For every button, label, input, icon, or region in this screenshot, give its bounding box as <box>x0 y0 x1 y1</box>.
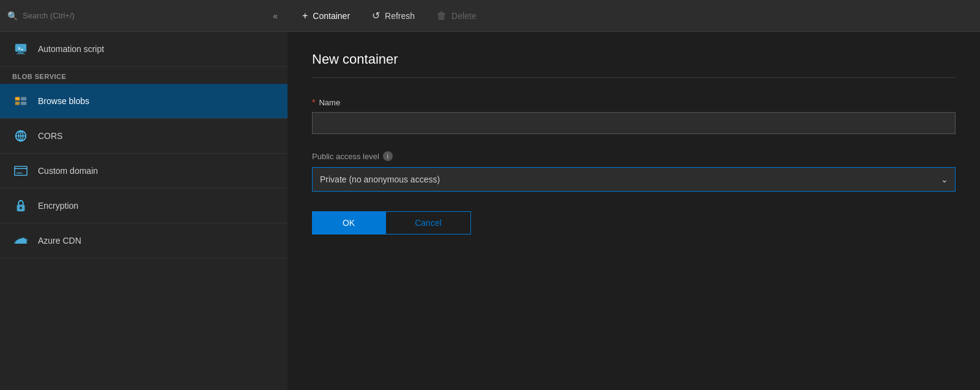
sidebar-item-encryption[interactable]: Encryption <box>0 189 288 223</box>
svg-rect-2 <box>17 53 26 54</box>
action-buttons: OK Cancel <box>312 211 956 234</box>
svg-rect-1 <box>18 53 23 54</box>
custom-domain-icon: www <box>12 162 29 179</box>
collapse-sidebar-button[interactable]: « <box>270 9 280 23</box>
sidebar-item-label: Automation script <box>38 44 104 54</box>
plus-icon: + <box>302 10 308 21</box>
blob-service-section-label: BLOB SERVICE <box>0 67 288 84</box>
svg-rect-0 <box>15 44 26 52</box>
svg-text:www: www <box>17 171 23 174</box>
sidebar-item-label: CORS <box>38 131 62 141</box>
sidebar-item-label: Azure CDN <box>38 236 81 246</box>
access-label-text: Public access level <box>312 152 379 161</box>
automation-script-icon <box>12 40 29 58</box>
cancel-button[interactable]: Cancel <box>385 211 471 234</box>
search-input[interactable] <box>23 11 265 20</box>
container-name-input[interactable] <box>312 112 956 134</box>
access-level-select[interactable]: Private (no anonymous access) Blob (anon… <box>312 167 956 192</box>
delete-button-label: Delete <box>451 11 476 21</box>
svg-rect-7 <box>21 102 26 105</box>
cors-icon <box>12 127 29 144</box>
azure-cdn-icon <box>12 232 29 249</box>
sidebar-item-custom-domain[interactable]: www Custom domain <box>0 154 288 189</box>
panel-title: New container <box>312 51 956 67</box>
panel-divider <box>312 77 956 78</box>
encryption-icon <box>12 197 29 214</box>
delete-icon: 🗑 <box>437 10 447 21</box>
info-icon[interactable]: i <box>383 151 393 161</box>
name-label: * Name <box>312 97 956 107</box>
sidebar-item-label: Custom domain <box>38 166 98 176</box>
refresh-button[interactable]: ↺ Refresh <box>362 5 425 26</box>
sidebar-item-cors[interactable]: CORS <box>0 119 288 154</box>
svg-point-16 <box>20 207 22 209</box>
name-label-text: Name <box>319 98 340 107</box>
name-form-group: * Name <box>312 97 956 134</box>
search-bar: 🔍 « <box>0 0 288 32</box>
search-icon: 🔍 <box>7 11 18 21</box>
container-button-label: Container <box>313 11 350 21</box>
svg-rect-5 <box>21 97 26 101</box>
browse-blobs-icon <box>12 92 29 110</box>
access-select-wrap: Private (no anonymous access) Blob (anon… <box>312 167 956 192</box>
main-content: + Container ↺ Refresh 🗑 Delete New conta… <box>288 0 980 390</box>
ok-button[interactable]: OK <box>312 211 385 234</box>
svg-rect-6 <box>15 102 20 105</box>
sidebar-item-label: Browse blobs <box>38 96 89 106</box>
svg-rect-4 <box>15 97 20 101</box>
sidebar-item-azure-cdn[interactable]: Azure CDN <box>0 223 288 258</box>
refresh-button-label: Refresh <box>385 11 415 21</box>
toolbar: + Container ↺ Refresh 🗑 Delete <box>288 0 980 32</box>
refresh-icon: ↺ <box>372 10 380 21</box>
sidebar: 🔍 « Automation script BLOB SERVICE <box>0 0 288 390</box>
sidebar-item-label: Encryption <box>38 201 78 211</box>
delete-button[interactable]: 🗑 Delete <box>427 6 486 26</box>
sidebar-item-automation-script[interactable]: Automation script <box>0 32 288 67</box>
access-level-label: Public access level i <box>312 151 956 161</box>
sidebar-item-browse-blobs[interactable]: Browse blobs <box>0 84 288 119</box>
required-star: * <box>312 97 315 107</box>
access-level-form-group: Public access level i Private (no anonym… <box>312 151 956 192</box>
new-container-panel: New container * Name Public access level… <box>288 32 980 390</box>
sidebar-content: Automation script BLOB SERVICE Browse bl… <box>0 32 288 390</box>
add-container-button[interactable]: + Container <box>292 6 360 26</box>
